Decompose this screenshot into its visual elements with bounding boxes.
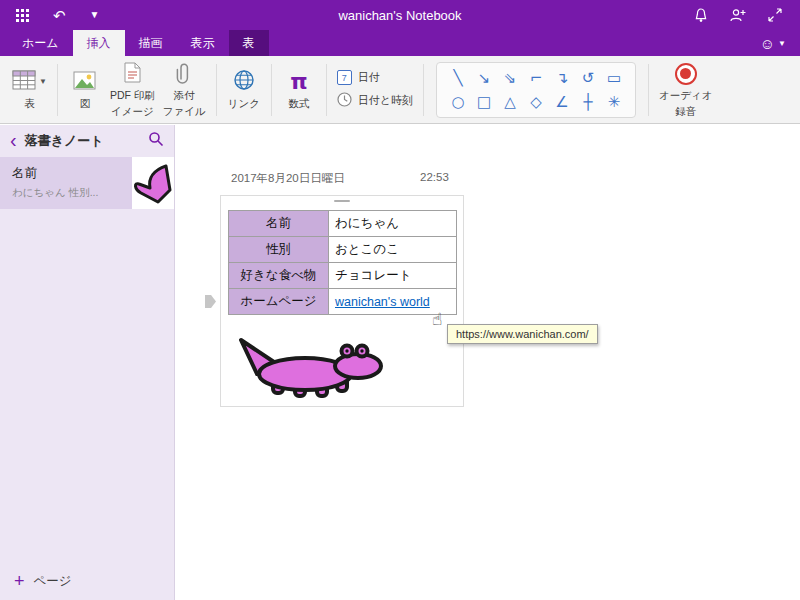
globe-link-icon xyxy=(233,69,255,94)
add-page-label: ページ xyxy=(34,573,72,590)
notifications-bell-icon[interactable] xyxy=(694,8,708,23)
table-row: 名前 わにちゃん xyxy=(229,211,457,237)
picture-icon xyxy=(73,71,96,93)
shape-diamond[interactable]: ◇ xyxy=(523,90,549,114)
pdf-document-icon xyxy=(124,62,141,86)
ribbon-separator xyxy=(271,64,272,116)
note-outline-container: 名前 わにちゃん 性別 おとこのこ 好きな食べ物 チョコレート ホームページ w… xyxy=(220,195,464,407)
share-person-add-icon[interactable] xyxy=(730,8,746,22)
shape-asterisk-star[interactable]: ✳ xyxy=(601,90,627,114)
ribbon: ▼ 表 図 xyxy=(0,56,800,124)
date-button-label: 日付 xyxy=(358,70,380,85)
feedback-smiley-button[interactable]: ☺ ▼ xyxy=(760,30,800,56)
shape-diagonal-arrow[interactable]: ↘ xyxy=(471,66,497,90)
ribbon-separator xyxy=(326,64,327,116)
record-icon xyxy=(675,63,697,85)
window-title: wanichan's Notebook xyxy=(210,8,590,23)
note-canvas[interactable]: 2017年8月20日日曜日 22:53 名前 わにちゃん 性別 おとこのこ 好き… xyxy=(176,125,800,600)
shape-triangle[interactable]: △ xyxy=(497,90,523,114)
picture-button-label: 図 xyxy=(80,97,91,110)
onenote-window: ↶ ▼ wanichan's Notebook xyxy=(0,0,800,600)
hand-cursor-icon: ☝ xyxy=(432,309,442,329)
table-cell-label[interactable]: 名前 xyxy=(229,211,329,237)
page-item-thumbnail xyxy=(132,157,174,209)
insert-table-button[interactable]: ▼ 表 xyxy=(8,68,51,112)
calendar-icon: 7 xyxy=(337,70,352,85)
table-cell-value[interactable]: わにちゃん xyxy=(329,211,457,237)
titlebar-chevron-down-icon[interactable]: ▼ xyxy=(90,10,100,20)
tab-view[interactable]: 表示 xyxy=(177,30,229,56)
shape-ellipse[interactable]: ○ xyxy=(445,90,471,114)
datetime-button-label: 日付と時刻 xyxy=(358,93,413,108)
insert-file-attachment-button[interactable]: 添付 ファイル xyxy=(159,60,210,119)
date-time-group: 7 日付 日付と時刻 xyxy=(337,70,413,109)
ribbon-separator xyxy=(57,64,58,116)
shape-loop-arrow[interactable]: ↺ xyxy=(575,66,601,90)
ribbon-tabbar: ホーム 挿入 描画 表示 表 ☺ ▼ xyxy=(0,30,800,56)
tab-draw[interactable]: 描画 xyxy=(125,30,177,56)
insert-datetime-button[interactable]: 日付と時刻 xyxy=(337,92,413,109)
pi-equation-icon: π xyxy=(290,70,307,94)
insert-equation-button[interactable]: π 数式 xyxy=(278,68,320,112)
pdf-button-label-line1: PDF 印刷 xyxy=(110,89,155,102)
notebook-section-title: 落書きノート xyxy=(25,132,140,150)
ribbon-separator xyxy=(648,64,649,116)
equation-button-label: 数式 xyxy=(288,97,309,110)
attach-button-label-line2: ファイル xyxy=(163,105,206,118)
shape-double-arrow[interactable]: ⇘ xyxy=(497,66,523,90)
paragraph-handle[interactable] xyxy=(205,295,216,308)
table-row: 性別 おとこのこ xyxy=(229,237,457,263)
smiley-icon: ☺ xyxy=(760,36,775,51)
tab-table-contextual[interactable]: 表 xyxy=(229,30,269,56)
outline-drag-handle[interactable] xyxy=(334,200,350,202)
page-time: 22:53 xyxy=(420,171,449,183)
chevron-down-icon: ▼ xyxy=(778,39,786,48)
table-cell-value[interactable]: チョコレート xyxy=(329,263,457,289)
page-list-item-selected[interactable]: 名前 わにちゃん 性別... xyxy=(0,157,174,209)
shape-square[interactable]: □ xyxy=(471,90,497,114)
plus-icon: + xyxy=(14,572,25,590)
audio-button-label-line1: オーディオ xyxy=(659,89,712,102)
table-grid-icon xyxy=(12,70,36,93)
tab-insert[interactable]: 挿入 xyxy=(73,30,125,56)
page-item-title: 名前 xyxy=(12,165,132,182)
audio-recording-button[interactable]: オーディオ 録音 xyxy=(655,60,716,119)
homepage-link[interactable]: wanichan's world xyxy=(335,295,430,309)
app-grid-icon[interactable] xyxy=(16,9,29,22)
shape-corner-arrow[interactable]: ↴ xyxy=(549,66,575,90)
shape-corner-line[interactable]: ⌐ xyxy=(523,66,549,90)
insert-date-button[interactable]: 7 日付 xyxy=(337,70,413,85)
page-item-preview: わにちゃん 性別... xyxy=(12,186,132,200)
tab-home[interactable]: ホーム xyxy=(8,30,73,56)
chevron-down-icon: ▼ xyxy=(39,77,47,87)
table-cell-value[interactable]: おとこのこ xyxy=(329,237,457,263)
ribbon-separator xyxy=(216,64,217,116)
table-cell-label[interactable]: 性別 xyxy=(229,237,329,263)
shape-diagonal-line[interactable]: ╲ xyxy=(445,66,471,90)
fullscreen-expand-icon[interactable] xyxy=(768,8,782,22)
shape-rectangle[interactable]: ▭ xyxy=(601,66,627,90)
table-cell-label[interactable]: 好きな食べ物 xyxy=(229,263,329,289)
add-page-button[interactable]: + ページ xyxy=(0,562,174,600)
table-button-label: 表 xyxy=(24,97,35,110)
note-table: 名前 わにちゃん 性別 おとこのこ 好きな食べ物 チョコレート ホームページ w… xyxy=(228,210,457,315)
link-button-label: リンク xyxy=(228,97,260,110)
table-row: 好きな食べ物 チョコレート xyxy=(229,263,457,289)
ribbon-separator xyxy=(423,64,424,116)
insert-pdf-printout-button[interactable]: PDF 印刷 イメージ xyxy=(106,60,159,119)
insert-picture-button[interactable]: 図 xyxy=(64,68,106,112)
paperclip-icon xyxy=(176,62,192,87)
sidebar-header: ‹ 落書きノート xyxy=(0,125,174,157)
search-icon[interactable] xyxy=(148,131,164,151)
table-cell-label[interactable]: ホームページ xyxy=(229,289,329,315)
undo-icon[interactable]: ↶ xyxy=(53,8,66,23)
page-list-sidebar: ‹ 落書きノート 名前 わにちゃん 性別... xyxy=(0,125,175,600)
crocodile-doodle xyxy=(233,334,388,402)
shapes-gallery: ╲ ↘ ⇘ ⌐ ↴ ↺ ▭ ○ □ △ ◇ ∠ ┼ ✳ xyxy=(436,62,636,118)
shape-angle[interactable]: ∠ xyxy=(549,90,575,114)
titlebar: ↶ ▼ wanichan's Notebook xyxy=(0,0,800,30)
clock-icon xyxy=(337,92,352,109)
back-chevron-icon[interactable]: ‹ xyxy=(10,130,17,153)
shape-axes-cross[interactable]: ┼ xyxy=(575,90,601,114)
insert-link-button[interactable]: リンク xyxy=(223,68,265,112)
